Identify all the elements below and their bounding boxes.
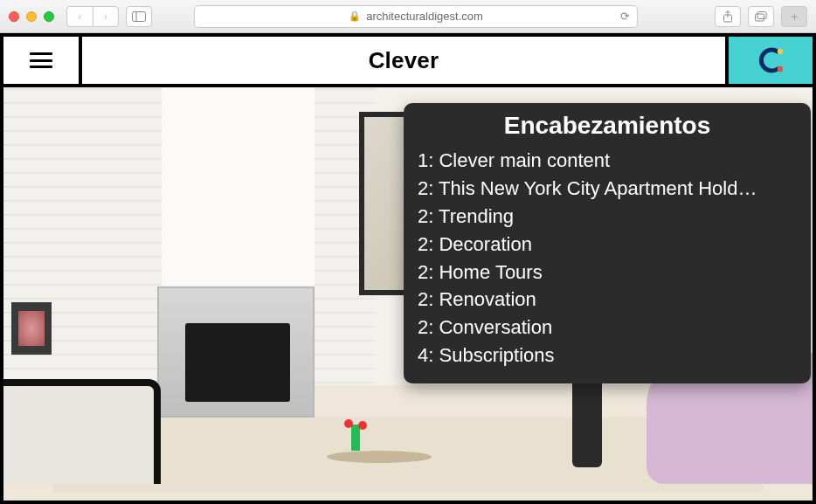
- rotor-item[interactable]: 2: Trending: [418, 203, 797, 231]
- svg-rect-0: [133, 11, 146, 21]
- site-logo-button[interactable]: [725, 37, 813, 84]
- svg-point-6: [778, 49, 783, 54]
- rotor-item[interactable]: 2: Home Tours: [418, 259, 797, 287]
- new-tab-button[interactable]: ＋: [781, 6, 807, 27]
- sidebar-icon: [132, 11, 146, 22]
- reload-icon[interactable]: ⟳: [620, 10, 630, 23]
- rotor-item[interactable]: 2: Conversation: [418, 314, 797, 342]
- chevron-right-icon: ›: [104, 10, 107, 23]
- nav-back-forward: ‹ ›: [66, 6, 119, 27]
- rotor-item[interactable]: 2: Decoration: [418, 231, 797, 259]
- site-brand[interactable]: Clever: [369, 47, 439, 74]
- brand-cell: Clever: [82, 37, 725, 84]
- fullscreen-window-icon[interactable]: [44, 11, 54, 22]
- hamburger-icon: [30, 52, 52, 68]
- rotor-title: Encabezamientos: [418, 112, 797, 140]
- tabs-button[interactable]: [748, 6, 774, 27]
- menu-button[interactable]: [3, 37, 82, 84]
- lock-icon: 🔒: [349, 10, 361, 22]
- rotor-item[interactable]: 2: Renovation: [418, 286, 797, 314]
- close-window-icon[interactable]: [9, 11, 19, 22]
- voiceover-rotor-panel: Encabezamientos 1: Clever main content 2…: [404, 103, 811, 383]
- forward-button[interactable]: ›: [93, 6, 119, 27]
- sidebar-toggle-button[interactable]: [126, 6, 152, 27]
- rotor-item[interactable]: 1: Clever main content: [418, 147, 797, 175]
- toolbar-right: ＋: [715, 6, 807, 27]
- back-button[interactable]: ‹: [66, 6, 93, 27]
- browser-toolbar: ‹ › 🔒 architecturaldigest.com ⟳: [0, 0, 816, 33]
- share-button[interactable]: [715, 6, 741, 27]
- site-header: Clever: [3, 37, 813, 87]
- minimize-window-icon[interactable]: [26, 11, 37, 22]
- share-icon: [723, 10, 733, 23]
- svg-rect-4: [756, 14, 764, 21]
- clever-logo-icon: [751, 41, 790, 79]
- window-controls: [9, 11, 54, 22]
- address-bar[interactable]: 🔒 architecturaldigest.com ⟳: [194, 5, 638, 28]
- address-bar-domain: architecturaldigest.com: [366, 10, 483, 23]
- svg-point-7: [778, 66, 783, 72]
- rotor-item[interactable]: 4: Subscriptions: [418, 342, 797, 369]
- chevron-left-icon: ‹: [78, 10, 81, 23]
- rotor-item[interactable]: 2: This New York City Apartment Hold…: [418, 175, 797, 203]
- rotor-headings-list: 1: Clever main content 2: This New York …: [418, 147, 797, 369]
- plus-icon: ＋: [789, 9, 800, 24]
- tabs-icon: [755, 11, 767, 22]
- svg-rect-5: [757, 11, 766, 18]
